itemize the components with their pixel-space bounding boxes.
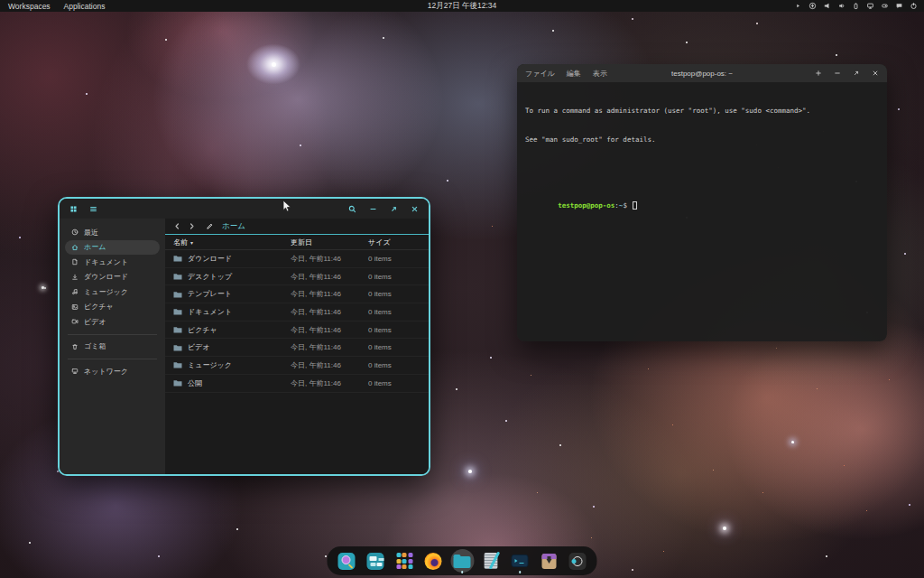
terminal-menu-edit[interactable]: 編集 bbox=[567, 69, 581, 79]
sidebar-item-pictures[interactable]: ピクチャ bbox=[65, 300, 160, 315]
app-grid-icon bbox=[396, 553, 412, 569]
sidebar-item-music[interactable]: ミュージック bbox=[65, 284, 160, 300]
column-modified[interactable]: 更新日 bbox=[291, 238, 368, 247]
dock-app-grid[interactable] bbox=[393, 549, 416, 573]
launcher-icon bbox=[338, 553, 356, 570]
table-row[interactable]: デスクトップ 今日, 午前11:46 0 items bbox=[165, 268, 429, 286]
file-modified: 今日, 午前11:46 bbox=[291, 307, 368, 317]
file-modified: 今日, 午前11:46 bbox=[291, 254, 368, 264]
folder-icon bbox=[173, 308, 182, 315]
sidebar-divider bbox=[68, 359, 157, 359]
dock-files[interactable] bbox=[451, 549, 474, 573]
firefox-icon bbox=[425, 553, 442, 570]
sidebar-item-documents[interactable]: ドキュメント bbox=[65, 255, 160, 270]
dock-settings[interactable] bbox=[567, 549, 589, 573]
system-tray[interactable] bbox=[794, 2, 924, 10]
text-editor-icon bbox=[485, 553, 498, 569]
volume-icon[interactable] bbox=[837, 2, 845, 10]
file-name: ミュージック bbox=[188, 360, 232, 370]
file-size: 0 items bbox=[368, 273, 420, 281]
sidebar-item-trash[interactable]: ゴミ箱 bbox=[65, 340, 160, 355]
close-icon[interactable] bbox=[411, 205, 419, 213]
dock-pop-shop[interactable] bbox=[538, 549, 560, 573]
workspaces-menu[interactable]: Workspaces bbox=[8, 2, 51, 11]
column-name[interactable]: 名前▾ bbox=[173, 238, 291, 247]
file-list[interactable]: ダウンロード 今日, 午前11:46 0 items デスクトップ 今日, 午前… bbox=[165, 250, 429, 474]
table-row[interactable]: ビデオ 今日, 午前11:46 0 items bbox=[165, 339, 429, 357]
sidebar-item-videos[interactable]: ビデオ bbox=[65, 314, 160, 330]
search-icon[interactable] bbox=[348, 205, 356, 213]
prompt-symbol: $ bbox=[623, 201, 631, 210]
sort-desc-icon: ▾ bbox=[190, 240, 193, 246]
battery-icon[interactable] bbox=[852, 2, 860, 10]
terminal-prompt-line: testpop@pop-os:~$ bbox=[525, 192, 879, 221]
table-row[interactable]: ミュージック 今日, 午前11:46 0 items bbox=[165, 357, 429, 375]
minimize-icon[interactable] bbox=[369, 205, 377, 213]
notifications-megaphone-icon[interactable] bbox=[823, 2, 831, 10]
display-icon[interactable] bbox=[866, 2, 874, 10]
table-row[interactable]: テンプレート 今日, 午前11:46 0 items bbox=[165, 285, 429, 303]
file-size: 0 items bbox=[368, 255, 420, 263]
sidebar-label: ドキュメント bbox=[84, 257, 128, 267]
menu-icon[interactable] bbox=[89, 205, 97, 213]
view-grid-icon[interactable] bbox=[69, 205, 78, 213]
table-row[interactable]: ダウンロード 今日, 午前11:46 0 items bbox=[165, 250, 429, 268]
applications-menu[interactable]: Applications bbox=[64, 2, 106, 11]
dock-workspaces[interactable] bbox=[365, 549, 387, 573]
terminal-menu-view[interactable]: 表示 bbox=[593, 69, 607, 79]
breadcrumb[interactable]: ホーム bbox=[222, 221, 245, 232]
sidebar-item-downloads[interactable]: ダウンロード bbox=[65, 270, 160, 285]
sidebar-label: ゴミ箱 bbox=[84, 341, 106, 351]
folder-icon bbox=[173, 273, 182, 280]
new-tab-button[interactable] bbox=[815, 70, 822, 77]
chat-icon[interactable] bbox=[895, 2, 903, 10]
terminal-line: To run a command as administrator (user … bbox=[525, 107, 879, 117]
terminal-window: ファイル 編集 表示 testpop@pop-os: ~ To run a co… bbox=[517, 64, 887, 341]
file-name: ダウンロード bbox=[188, 254, 232, 264]
files-content: ホーム 名前▾ 更新日 サイズ ダウンロード 今日, 午前11:46 0 ite… bbox=[165, 219, 429, 474]
table-row[interactable]: ドキュメント 今日, 午前11:46 0 items bbox=[165, 303, 429, 322]
workspaces-icon bbox=[367, 553, 384, 570]
dock-text-editor[interactable] bbox=[480, 549, 503, 573]
forward-button[interactable] bbox=[188, 222, 196, 230]
sidebar-label: ビデオ bbox=[84, 317, 106, 327]
dock-firefox[interactable] bbox=[422, 549, 445, 573]
camera-icon[interactable] bbox=[881, 2, 889, 10]
minimize-button[interactable] bbox=[834, 70, 841, 77]
sidebar-item-home[interactable]: ホーム bbox=[65, 240, 160, 256]
bright-star bbox=[791, 441, 794, 443]
accessibility-icon[interactable] bbox=[808, 2, 817, 10]
dock-terminal[interactable] bbox=[509, 549, 531, 573]
sidebar-item-network[interactable]: ネットワーク bbox=[65, 364, 160, 379]
sidebar-label: ピクチャ bbox=[84, 302, 114, 312]
files-window: 最近 ホーム ドキュメント ダウンロード ミュージック bbox=[58, 197, 430, 476]
file-name: ピクチャ bbox=[188, 325, 217, 335]
clock[interactable]: 12月27日 午後12:34 bbox=[428, 1, 497, 12]
maximize-button[interactable] bbox=[853, 70, 860, 77]
files-titlebar[interactable] bbox=[60, 199, 429, 219]
terminal-output[interactable]: To run a command as administrator (user … bbox=[517, 82, 887, 341]
sidebar-label: ダウンロード bbox=[84, 272, 128, 282]
terminal-menu-file[interactable]: ファイル bbox=[525, 69, 555, 79]
path-bar: ホーム bbox=[165, 219, 429, 235]
folder-icon bbox=[173, 379, 182, 387]
sidebar-item-recent[interactable]: 最近 bbox=[65, 225, 160, 240]
file-modified: 今日, 午前11:46 bbox=[291, 378, 368, 388]
edit-path-icon[interactable] bbox=[206, 222, 214, 230]
table-row[interactable]: 公開 今日, 午前11:46 0 items bbox=[165, 375, 429, 393]
maximize-icon[interactable] bbox=[390, 205, 398, 213]
terminal-title: testpop@pop-os: ~ bbox=[671, 70, 733, 78]
table-row[interactable]: ピクチャ 今日, 午前11:46 0 items bbox=[165, 322, 429, 340]
close-button[interactable] bbox=[872, 70, 879, 77]
desktop: Workspaces Applications 12月27日 午後12:34 フ… bbox=[0, 0, 924, 578]
dock-launcher[interactable] bbox=[336, 549, 358, 573]
back-button[interactable] bbox=[173, 222, 181, 230]
power-icon[interactable] bbox=[910, 2, 918, 10]
input-indicator-icon[interactable] bbox=[794, 2, 802, 10]
column-size[interactable]: サイズ bbox=[368, 238, 420, 247]
bright-star bbox=[272, 62, 276, 67]
terminal-titlebar[interactable]: ファイル 編集 表示 testpop@pop-os: ~ bbox=[517, 64, 887, 82]
table-header: 名前▾ 更新日 サイズ bbox=[165, 235, 429, 250]
file-modified: 今日, 午前11:46 bbox=[291, 360, 368, 370]
terminal-icon bbox=[512, 555, 529, 567]
